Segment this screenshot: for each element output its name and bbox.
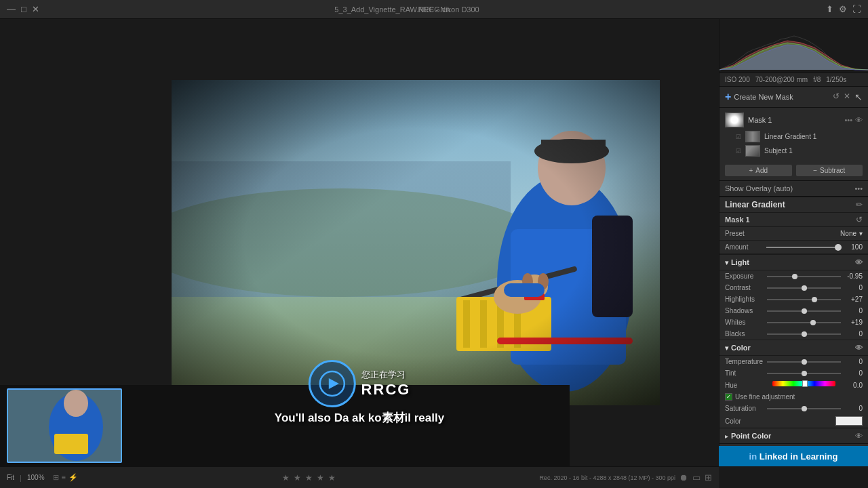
add-mask-button[interactable]: + Add [725,165,792,176]
thumbnail-item[interactable] [7,388,122,463]
color-section-header[interactable]: Color 👁 [719,340,868,356]
amount-slider[interactable] [766,247,842,248]
photo-container [172,80,660,405]
zoom-label: 100% [27,474,45,481]
fine-adjustment-label: Use fine adjustment [735,393,795,401]
shadows-row: Shadows 0 [719,305,868,317]
fit-label: Fit [7,474,14,481]
star-1[interactable]: ★ [282,473,290,483]
grid-icon[interactable]: ⊞ [53,473,59,482]
linear-gradient-title-row: Linear Gradient ✏ [719,197,868,213]
blacks-row: Blacks 0 [719,328,868,340]
star-4[interactable]: ★ [317,473,324,483]
temperature-slider[interactable] [767,361,841,363]
temperature-value: 0 [844,358,863,365]
create-new-mask-button[interactable]: + Create New Mask [725,91,793,103]
mask1-reset-icon[interactable]: ↺ [856,215,863,224]
watermark: 您正在学习 RRCG You'll also Da ak ko素材il real… [275,360,444,426]
filter-icon[interactable]: ⚡ [68,473,78,482]
mask-thumbnail-1 [725,113,744,127]
shadows-slider[interactable] [767,310,841,312]
linkedin-badge: in Linked in Learning [719,446,868,466]
close-icon[interactable]: ✕ [32,4,39,14]
svg-rect-29 [54,434,88,454]
mask-actions: + Add − Subtract [719,161,868,181]
blacks-slider[interactable] [767,333,841,335]
hue-thumb [802,380,808,387]
contrast-row: Contrast 0 [719,282,868,293]
star-2[interactable]: ★ [294,473,301,483]
mask-subitem-linear[interactable]: ☑ Linear Gradient 1 [719,129,868,144]
preset-row: Preset None [719,227,868,241]
saturation-value: 0 [844,405,863,412]
lens-value: 70-200@200 mm [755,76,808,83]
photo-svg [172,80,660,405]
color-eye-icon[interactable]: 👁 [855,344,863,352]
histogram [719,19,868,73]
svg-point-28 [64,390,88,417]
color-section-title: Color [731,344,751,352]
highlights-value: +27 [844,296,863,303]
upload-icon[interactable]: ⬆ [826,4,833,14]
linkedin-text: in Linked in Learning [749,451,838,462]
list-icon[interactable]: ≡ [62,473,66,482]
subtract-icon: − [813,167,817,174]
light-section-header[interactable]: Light 👁 [719,255,868,270]
tint-slider[interactable] [767,373,841,374]
saturation-label: Saturation [725,405,764,412]
linear-gradient-edit-icon[interactable]: ✏ [856,200,863,209]
tint-label: Tint [725,369,764,377]
checkbox-linear[interactable]: ☑ [736,134,741,140]
preset-label: Preset [725,230,745,237]
mask1-row: Mask 1 ↺ [719,213,868,227]
hue-value: 0.0 [844,382,863,389]
mask-panel: + Create New Mask ↺ ✕ ↖ Mask 1 ••• 👁 [719,87,868,197]
show-overlay-row: Show Overlay (auto) ••• [719,181,868,197]
grid-view-icon[interactable]: ⊞ [705,472,712,483]
contrast-slider[interactable] [767,287,841,289]
mask-subitem-subject[interactable]: ☑ Subject 1 [719,144,868,158]
bottom-right-controls: Rec. 2020 - 16 bit - 4288 x 2848 (12 MP)… [539,472,712,483]
maximize-icon[interactable]: □ [21,4,26,14]
mask1-section-label: Mask 1 [725,216,750,224]
adjustments-panel[interactable]: Linear Gradient ✏ Mask 1 ↺ Preset None A… [719,197,868,466]
amount-label: Amount [725,243,762,251]
layout-icon[interactable]: ▭ [692,472,701,483]
undo-mask-icon[interactable]: ↺ [833,92,840,102]
star-5[interactable]: ★ [328,473,336,483]
file-info: Rec. 2020 - 16 bit - 4288 x 2848 (12 MP)… [539,474,675,481]
close-mask-icon[interactable]: ✕ [844,92,850,102]
preset-chevron-icon[interactable] [859,230,863,237]
highlights-slider[interactable] [767,299,841,300]
minimize-icon[interactable]: — [7,4,16,14]
saturation-slider[interactable] [767,408,841,409]
point-color-header[interactable]: Point Color 👁 [719,428,868,443]
exposure-label: Exposure [725,272,764,280]
svg-rect-23 [172,80,660,405]
star-3[interactable]: ★ [305,473,313,483]
blacks-label: Blacks [725,330,764,338]
hue-gradient-bar[interactable] [772,381,835,386]
watermark-text-rrcg: RRCG [361,381,411,399]
svg-marker-25 [329,378,339,389]
exposure-slider[interactable] [767,276,841,277]
overlay-options-icon[interactable]: ••• [854,184,863,192]
highlights-label: Highlights [725,296,764,303]
settings-icon[interactable]: ⚙ [839,4,847,14]
color-swatch[interactable] [835,416,863,426]
point-color-eye-icon[interactable]: 👁 [855,432,863,440]
linear-gradient-label: Linear Gradient 1 [764,133,816,140]
expand-icon[interactable]: ⛶ [852,4,861,14]
temperature-row: Temperature 0 [719,356,868,367]
whites-slider[interactable] [767,322,841,323]
mask-options-icon[interactable]: ••• [844,116,852,124]
slideshow-icon[interactable]: ⏺ [679,472,688,483]
tint-value: 0 [844,369,863,377]
subtract-mask-button[interactable]: − Subtract [796,165,863,176]
light-eye-icon[interactable]: 👁 [855,258,863,266]
hue-label: Hue [725,382,764,389]
mask-visibility-icon[interactable]: 👁 [855,116,863,124]
checkbox-subject[interactable]: ☑ [736,148,741,155]
mask-item-1[interactable]: Mask 1 ••• 👁 [719,110,868,129]
fine-adjustment-checkbox[interactable]: ✓ [725,393,732,401]
